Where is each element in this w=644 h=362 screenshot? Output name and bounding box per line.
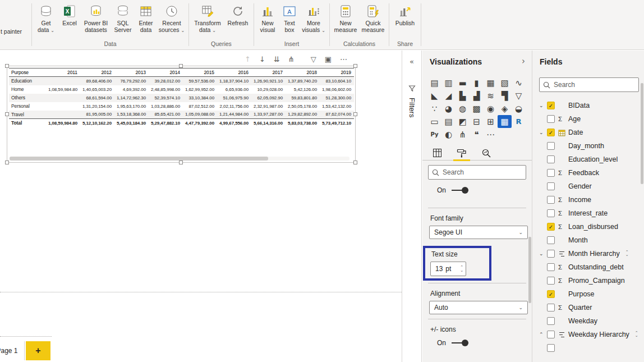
expand-chevron-icon[interactable]: ⌄ [539, 103, 547, 108]
powerbi-datasets-button[interactable]: Power BI datasets [82, 3, 110, 34]
visual-icon-waterfall-chart[interactable]: ▜ [498, 89, 512, 102]
matrix-cell[interactable]: 4,69,392.00 [114, 85, 149, 94]
resize-handle-bottom-right[interactable] [353, 161, 357, 164]
matrix-cell[interactable]: 39,28,012.00 [149, 77, 183, 85]
report-canvas[interactable]: ↑↓⇊⋔▽▣⋯ Purpose2011201220132014201520162… [0, 51, 402, 339]
tab-format[interactable] [452, 146, 472, 160]
matrix-cell[interactable]: 1,14,72,962.30 [114, 94, 149, 102]
field-checkbox[interactable] [547, 290, 555, 298]
filters-pane-title[interactable]: Filters [408, 98, 416, 117]
matrix-row-header[interactable]: Travel [9, 111, 46, 119]
field-item-date[interactable]: ⌄Date [532, 126, 640, 139]
field-checkbox[interactable] [547, 277, 555, 285]
matrix-column-header[interactable]: 2011 [46, 68, 80, 77]
field-item-loan-disbursed[interactable]: ΣLoan_disbursed [532, 220, 640, 233]
fields-scrollbar-thumb[interactable] [641, 83, 643, 184]
collapse-pane-chevron-icon[interactable]: › [522, 56, 525, 66]
visual-icon-100-percent-stacked-bar-chart[interactable]: ▦ [484, 76, 498, 89]
visual-icon-shape-map[interactable]: ◈ [498, 102, 512, 115]
visual-icon-gauge[interactable]: ◒ [512, 102, 526, 115]
expand-chevron-icon[interactable]: ⌄ [539, 251, 547, 256]
visual-icon-python-visual[interactable]: Py [427, 128, 441, 141]
field-checkbox[interactable] [547, 304, 555, 311]
field-checkbox[interactable] [547, 102, 555, 109]
visualizations-search-input[interactable] [443, 168, 522, 176]
field-checkbox[interactable] [547, 344, 555, 352]
matrix-row-header[interactable]: Home [9, 85, 46, 94]
matrix-cell[interactable]: 85,65,421.00 [149, 111, 183, 119]
tab-fields[interactable] [427, 146, 447, 160]
new-page-button[interactable]: + [26, 341, 50, 360]
visual-icon-treemap[interactable]: ▩ [470, 102, 484, 115]
publish-button[interactable]: Publish [392, 3, 418, 28]
matrix-cell[interactable]: 1,21,44,984.00 [217, 111, 251, 119]
field-item-interest-rate[interactable]: ΣInterest_rate [532, 207, 640, 220]
visual-icon-matrix[interactable]: ▦ [498, 115, 512, 128]
field-item-feedback[interactable]: ΣFeedback [532, 166, 640, 180]
matrix-cell[interactable]: 1,31,20,154.00 [80, 102, 114, 111]
toggle-switch[interactable] [452, 186, 468, 194]
matrix-cell[interactable]: 81,95,005.00 [80, 111, 114, 119]
more-options-icon[interactable]: ⋯ [340, 55, 347, 64]
matrix-cell[interactable]: 59,57,536.00 [183, 77, 217, 85]
visual-icon-area-chart[interactable]: ◣ [427, 89, 441, 102]
matrix-cell[interactable]: 1,03,28,886.00 [149, 102, 183, 111]
text-size-spinner[interactable]: 13 pt ⌃ ⌄ [430, 262, 466, 276]
matrix-cell[interactable]: 87,62,074.00 [320, 111, 354, 119]
visual-icon-ribbon-chart[interactable]: ≋ [484, 89, 498, 102]
matrix-row-header[interactable]: Education [9, 77, 46, 85]
matrix-cell[interactable] [46, 94, 80, 102]
visual-icon-stacked-bar-chart[interactable]: ▤ [427, 76, 441, 89]
matrix-cell[interactable]: 59,83,801.80 [286, 94, 320, 102]
get-data-button[interactable]: Get data ⌄ [35, 3, 57, 35]
visual-icon-slicer[interactable]: ⊟ [470, 115, 484, 128]
visual-icon-clustered-column-chart[interactable]: ▮ [470, 76, 484, 89]
matrix-row-header[interactable]: Others [9, 94, 46, 102]
expand-chevron-icon[interactable]: ⌃ [539, 332, 547, 337]
field-item-gender[interactable]: Gender [532, 180, 640, 193]
visual-icon-key-influencers[interactable]: ◐ [441, 128, 456, 141]
field-item-quarter[interactable]: ΣQuarter [532, 301, 640, 314]
matrix-cell[interactable]: 1,08,59,984.80 [46, 119, 80, 127]
field-checkbox[interactable] [547, 182, 555, 190]
field-item-promo-campaign[interactable]: ΣPromo_Campaign [532, 274, 640, 287]
stepper-down-icon[interactable]: ⌄ [460, 269, 463, 272]
field-checkbox[interactable] [547, 331, 555, 338]
matrix-cell[interactable]: 4,99,67,556.00 [217, 119, 251, 127]
hierarchy-expand-carets[interactable]: ⌃⌄ [635, 332, 638, 337]
matrix-cell[interactable]: 62,05,092.90 [251, 94, 286, 102]
field-item-weekday-hierarchy[interactable]: ⌃Weekday Hierarchy⌃⌄ [532, 328, 640, 341]
resize-handle-top[interactable] [179, 64, 183, 68]
field-checkbox[interactable] [547, 142, 555, 150]
text-box-button[interactable]: A Text box [280, 3, 299, 34]
matrix-column-header[interactable]: 2015 [183, 68, 217, 77]
matrix-cell[interactable]: 1,53,42,132.00 [320, 102, 354, 111]
hierarchy-expand-carets[interactable]: ⌃⌄ [625, 251, 629, 256]
matrix-cell[interactable]: 2,32,91,987.00 [251, 102, 286, 111]
matrix-cell[interactable]: 5,73,49,712.10 [320, 119, 354, 127]
focus-mode-icon[interactable]: ▣ [325, 55, 332, 64]
matrix-cell[interactable]: 52,39,574.10 [149, 94, 183, 102]
matrix-cell[interactable]: 5,42,126.00 [286, 85, 320, 94]
matrix-cell[interactable]: 87,02,512.00 [183, 102, 217, 111]
matrix-cell[interactable]: 2,50,05,178.00 [286, 102, 320, 111]
field-checkbox[interactable] [547, 223, 555, 231]
matrix-row-header[interactable]: Total [9, 119, 46, 127]
visual-icon-filled-map[interactable]: ◉ [484, 102, 498, 115]
matrix-cell[interactable]: 1,98,06,602.00 [320, 85, 354, 94]
resize-handle-top-right[interactable] [353, 64, 357, 68]
toggle-switch[interactable] [452, 339, 468, 347]
recent-sources-button[interactable]: Recent sources ⌄ [158, 3, 186, 35]
matrix-column-header[interactable]: Purpose [9, 68, 46, 77]
visual-icon-line-and-clustered-column-chart[interactable]: ▟ [470, 89, 484, 102]
matrix-cell[interactable]: 1,26,90,921.10 [251, 77, 286, 85]
more-visuals-button[interactable]: More visuals ⌄ [301, 3, 326, 35]
fields-search-input[interactable] [554, 81, 635, 89]
page-tab-active[interactable]: Page 1 [0, 341, 25, 360]
matrix-cell[interactable]: 10,29,028.00 [251, 85, 286, 94]
field-item-weekday[interactable]: Weekday [532, 314, 640, 328]
field-checkbox[interactable] [547, 169, 555, 177]
matrix-cell[interactable]: 1,08,59,984.80 [46, 85, 80, 94]
visual-icon-100-percent-stacked-column-chart[interactable]: ▧ [498, 76, 512, 89]
matrix-cell[interactable]: 1,62,99,952.00 [183, 85, 217, 94]
